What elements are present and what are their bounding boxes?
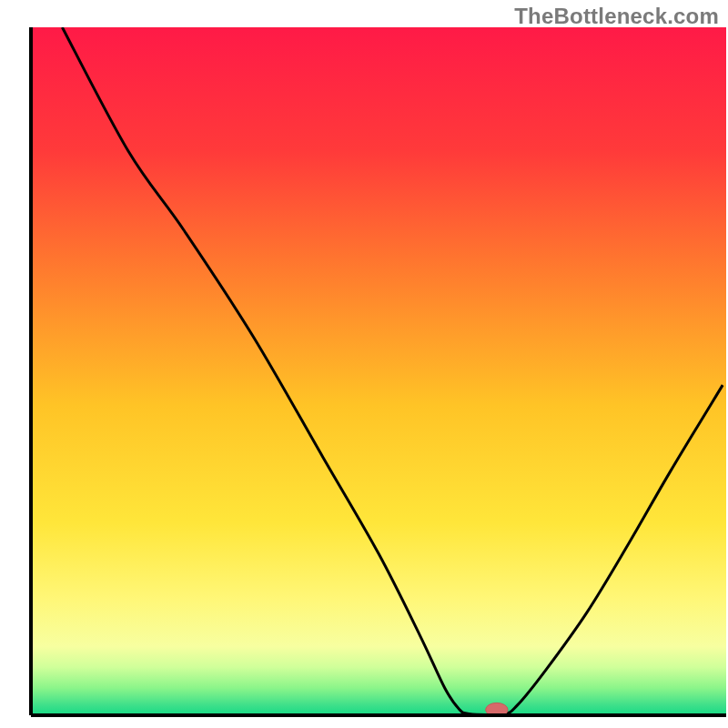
watermark-text: TheBottleneck.com [514,4,719,29]
bottleneck-chart [0,0,728,728]
background-gradient [31,27,726,715]
plot-area [31,27,726,717]
chart-stage: TheBottleneck.com [0,0,728,728]
